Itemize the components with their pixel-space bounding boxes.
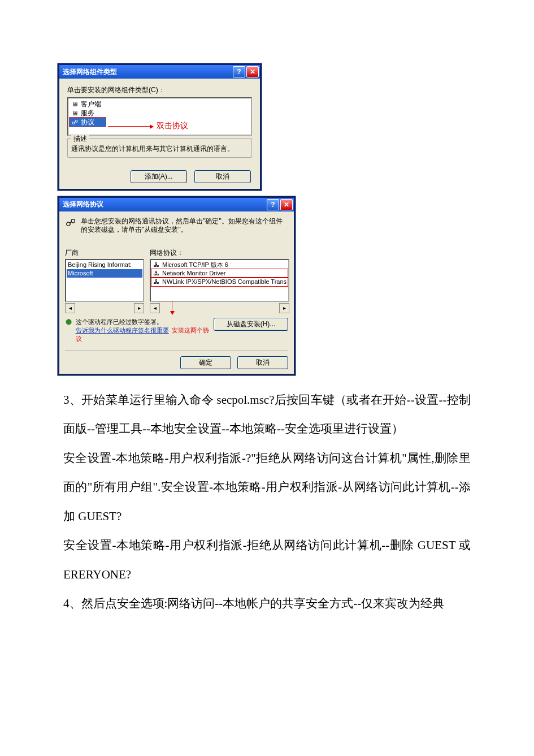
cancel-button[interactable]: 取消 (237, 356, 288, 369)
dialog2-titlebar[interactable]: 选择网络协议 ? ✕ (59, 198, 294, 211)
paragraph: 3、开始菜单运行里输入命令 secpol.msc?后按回车键（或者在开始--设置… (63, 386, 471, 444)
scroll-left-button[interactable]: ◂ (65, 303, 75, 313)
divider (65, 350, 288, 351)
list-item-label: NWLink IPX/SPX/NetBIOS Compatible Trans (162, 278, 286, 285)
dialog2-hint: 单击您想安装的网络通讯协议，然后单击"确定"。如果您有这个组件的安装磁盘，请单击… (81, 217, 288, 235)
list-item[interactable]: 🖧 NWLink IPX/SPX/NetBIOS Compatible Tran… (151, 278, 288, 286)
paragraph: 4、然后点安全选项:网络访问--本地帐户的共享安全方式--仅来宾改为经典 (63, 589, 471, 618)
list-item[interactable]: 🖥 客户端 (70, 100, 250, 109)
dialog1-title: 选择网络组件类型 (63, 67, 233, 77)
net-icon: 🖧 (153, 270, 160, 277)
signature-importance-link[interactable]: 告诉我为什么驱动程序签名很重要 (76, 327, 169, 334)
close-button[interactable]: ✕ (280, 199, 293, 210)
scroll-right-button[interactable]: ▸ (279, 303, 289, 313)
signature-text: 这个驱动程序已经过数字签署。 (76, 318, 210, 326)
dialog1-titlebar[interactable]: 选择网络组件类型 ? ✕ (59, 65, 260, 79)
vendor-listbox[interactable]: Beijing Rising Informat: Microsoft (65, 259, 144, 302)
add-button[interactable]: 添加(A)... (131, 170, 187, 183)
service-icon: 🖥 (71, 109, 79, 117)
net-icon: 🖧 (153, 261, 160, 269)
close-button[interactable]: ✕ (246, 66, 259, 77)
list-item-label: Beijing Rising Informat: (68, 261, 132, 268)
install-from-disk-button[interactable]: 从磁盘安装(H)... (214, 318, 288, 331)
dialog-select-network-protocol: 选择网络协议 ? ✕ ☍ 单击您想安装的网络通讯协议，然后单击"确定"。如果您有… (58, 196, 296, 375)
document-body-text: 3、开始菜单运行里输入命令 secpol.msc?后按回车键（或者在开始--设置… (63, 386, 471, 619)
dialog1-instruction: 单击要安装的网络组件类型(C)： (67, 85, 252, 95)
protocol-large-icon: ☍ (65, 217, 76, 228)
protocol-icon: ☍ (71, 118, 79, 126)
ok-button[interactable]: 确定 (180, 356, 231, 369)
description-text: 通讯协议是您的计算机用来与其它计算机通讯的语言。 (71, 144, 248, 154)
dialog2-title: 选择网络协议 (63, 200, 267, 209)
list-item-label: Microsoft (68, 270, 93, 277)
annotation-arrow-icon (172, 301, 172, 314)
help-button[interactable]: ? (233, 66, 245, 77)
annotation-arrow-icon (108, 126, 153, 127)
list-item-selected[interactable]: ☍ 协议 (70, 118, 106, 127)
net-icon: 🖧 (153, 278, 160, 286)
vendor-column-label: 厂商 (65, 248, 144, 258)
signed-icon: ⬤ (65, 318, 72, 325)
component-type-listbox[interactable]: 🖥 客户端 🖥 服务 ☍ 协议 双击协议 (67, 97, 252, 136)
scroll-right-button[interactable]: ▸ (134, 303, 144, 313)
list-item[interactable]: 🖧 Microsoft TCP/IP 版本 6 (151, 261, 288, 269)
help-button[interactable]: ? (267, 199, 279, 210)
paragraph: 安全设置-本地策略-用户权利指派-?"拒绝从网络访问这台计算机"属性,删除里面的… (63, 444, 471, 531)
description-group: 描述 通讯协议是您的计算机用来与其它计算机通讯的语言。 (67, 138, 252, 158)
list-item[interactable]: 🖧 Network Monitor Driver (151, 269, 288, 278)
list-item-label: 协议 (81, 118, 94, 127)
paragraph: 安全设置-本地策略-用户权利指派-拒绝从网络访问此计算机--删除 GUEST 或… (63, 531, 471, 589)
scroll-left-button[interactable]: ◂ (150, 303, 160, 313)
list-item-label: Microsoft TCP/IP 版本 6 (162, 261, 228, 269)
dialog-select-component-type: 选择网络组件类型 ? ✕ 单击要安装的网络组件类型(C)： 🖥 客户端 🖥 服务… (58, 63, 262, 191)
protocol-listbox[interactable]: 🖧 Microsoft TCP/IP 版本 6 🖧 Network Monito… (150, 259, 289, 302)
protocol-column-label: 网络协议： (150, 248, 289, 258)
list-item-label: 服务 (81, 109, 94, 118)
cancel-button[interactable]: 取消 (194, 170, 251, 183)
list-item[interactable]: Beijing Rising Informat: (67, 261, 142, 269)
list-item-selected[interactable]: Microsoft (67, 269, 142, 278)
annotation-text: 双击协议 (157, 121, 188, 131)
list-item-label: Network Monitor Driver (162, 270, 225, 277)
list-item[interactable]: 🖥 服务 (70, 109, 250, 118)
description-legend: 描述 (71, 134, 89, 144)
client-icon: 🖥 (71, 100, 79, 108)
list-item-label: 客户端 (81, 100, 101, 109)
